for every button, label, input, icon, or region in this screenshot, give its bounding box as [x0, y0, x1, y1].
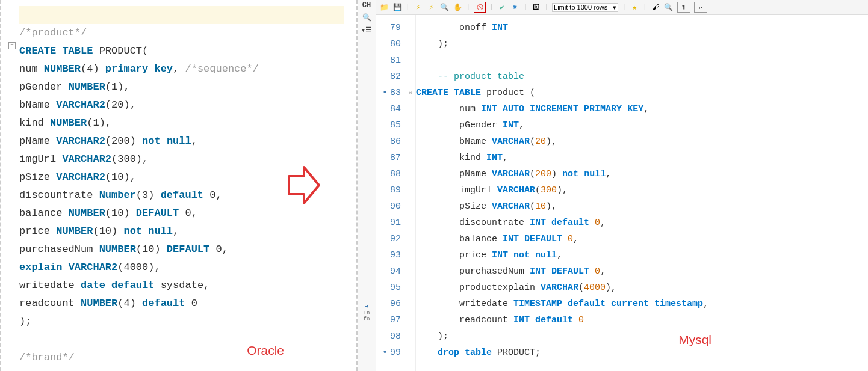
no-limit-icon[interactable]: 🚫	[474, 2, 486, 13]
code-line[interactable]	[416, 52, 868, 69]
code-line[interactable]: -- product table	[416, 69, 868, 85]
code-line[interactable]: CREATE TABLE PRODUCT(	[19, 42, 344, 60]
format-icon[interactable]: 🖌	[651, 2, 660, 12]
filter-icon[interactable]: ▾☰	[361, 26, 372, 35]
code-line[interactable]: num INT AUTO_INCREMENT PRIMARY KEY,	[416, 101, 868, 117]
beautify-icon[interactable]: ★	[630, 2, 639, 12]
code-line[interactable]: pName VARCHAR2(200) not null,	[19, 132, 344, 150]
line-number: 95	[376, 280, 401, 296]
fold-guide	[406, 36, 415, 52]
line-number: 88	[376, 166, 401, 182]
code-line[interactable]: CREATE TABLE product (	[416, 85, 868, 101]
code-line[interactable]: writedate date default sysdate,	[19, 277, 344, 295]
line-number: 99	[376, 345, 401, 361]
code-line[interactable]: pSize VARCHAR(10),	[416, 198, 868, 215]
code-line[interactable]: readcount INT default 0	[416, 312, 868, 328]
line-number: 81	[376, 52, 401, 69]
toggle2-icon[interactable]: ↵	[694, 2, 707, 13]
code-line[interactable]: balance INT DEFAULT 0,	[416, 231, 868, 247]
code-line[interactable]: productexplain VARCHAR(4000),	[416, 280, 868, 296]
fold-guide	[406, 133, 415, 150]
toggle1-icon[interactable]: ¶	[677, 2, 690, 13]
line-number: 91	[376, 215, 401, 231]
code-line[interactable]: bName VARCHAR(20),	[416, 133, 868, 150]
line-number: 89	[376, 182, 401, 198]
explain-icon[interactable]: 🔍	[440, 2, 450, 12]
line-number: 92	[376, 231, 401, 247]
fold-guide	[406, 101, 415, 117]
code-line[interactable]: /*product*/	[19, 24, 344, 42]
code-line[interactable]: );	[416, 328, 868, 345]
code-line[interactable]: drop table PRODUCT;	[416, 345, 868, 361]
fold-guide	[406, 150, 415, 166]
line-number: 87	[376, 150, 401, 166]
fold-guide	[406, 52, 415, 69]
line-number: 83	[376, 85, 401, 101]
fold-column[interactable]: ⊖	[406, 15, 416, 371]
fold-guide	[406, 215, 415, 231]
code-line[interactable]: pName VARCHAR(200) not null,	[416, 166, 868, 182]
line-number: 90	[376, 198, 401, 215]
autocommit-icon[interactable]: 🖼	[531, 2, 541, 12]
fold-guide	[406, 296, 415, 312]
code-line[interactable]: );	[416, 36, 868, 52]
code-line[interactable]: onoff INT	[416, 20, 868, 36]
open-icon[interactable]: 📁	[379, 2, 389, 12]
info-button[interactable]: ➜In fo	[364, 303, 370, 323]
code-line[interactable]: explain VARCHAR2(4000),	[19, 259, 344, 277]
code-line[interactable]: num NUMBER(4) primary key, /*sequence*/	[19, 60, 344, 78]
code-line[interactable]: purchasedNum INT DEFAULT 0,	[416, 263, 868, 280]
limit-rows-select[interactable]: Limit to 1000 rows ▾	[552, 3, 618, 12]
oracle-label: Oracle	[247, 343, 284, 358]
fold-guide	[406, 263, 415, 280]
code-line[interactable]: purchasedNum NUMBER(10) DEFAULT 0,	[19, 241, 344, 259]
find-icon[interactable]: 🔍	[664, 2, 674, 12]
fold-guide	[406, 182, 415, 198]
fold-guide	[406, 117, 415, 133]
code-line[interactable]: price INT not null,	[416, 247, 868, 263]
line-number: 80	[376, 36, 401, 52]
code-line[interactable]: kind INT,	[416, 150, 868, 166]
code-line[interactable]: writedate TIMESTAMP default current_time…	[416, 296, 868, 312]
execute-icon[interactable]: ⚡	[414, 2, 423, 12]
code-line[interactable]	[19, 331, 344, 349]
code-line[interactable]: /*brand*/	[19, 349, 344, 367]
stop-icon[interactable]: ✋	[453, 2, 463, 12]
code-line[interactable]: price NUMBER(10) not null,	[19, 222, 344, 241]
code-line[interactable]: bName VARCHAR2(20),	[19, 96, 344, 114]
fold-guide	[406, 69, 415, 85]
rollback-icon[interactable]: ✖	[510, 2, 520, 12]
line-number: 86	[376, 133, 401, 150]
code-line[interactable]: pGender INT,	[416, 117, 868, 133]
middle-panel: CH 🔍 ▾☰ ➜In fo	[358, 0, 376, 371]
line-number: 97	[376, 312, 401, 328]
fold-guide	[406, 328, 415, 345]
save-icon[interactable]: 💾	[392, 2, 402, 12]
mysql-code-area[interactable]: onoff INT ); -- product tableCREATE TABL…	[416, 15, 868, 371]
code-line[interactable]: pGender NUMBER(1),	[19, 78, 344, 96]
code-line[interactable]: discountrate INT default 0,	[416, 215, 868, 231]
mysql-editor[interactable]: 📁 💾 | ⚡ ⚡ 🔍 ✋ | 🚫 | ✔ ✖ | 🖼 | Limit to 1…	[376, 0, 868, 371]
line-number: 98	[376, 328, 401, 345]
code-line[interactable]: kind NUMBER(1),	[19, 114, 344, 132]
fold-guide	[406, 247, 415, 263]
search-icon[interactable]: 🔍	[362, 13, 371, 22]
line-number: 79	[376, 20, 401, 36]
code-line[interactable]: readcount NUMBER(4) default 0	[19, 295, 344, 313]
fold-guide	[406, 280, 415, 296]
anchor-icon: CH	[362, 1, 371, 10]
code-line[interactable]: );	[19, 313, 344, 331]
line-number-gutter: 7980818283848586878889909192939495969798…	[376, 15, 406, 371]
fold-minus-icon[interactable]: −	[8, 42, 16, 49]
code-line[interactable]: imgUrl VARCHAR(300),	[416, 182, 868, 198]
line-number: 96	[376, 296, 401, 312]
mysql-toolbar: 📁 💾 | ⚡ ⚡ 🔍 ✋ | 🚫 | ✔ ✖ | 🖼 | Limit to 1…	[376, 0, 868, 15]
mysql-editor-body[interactable]: 7980818283848586878889909192939495969798…	[376, 15, 868, 371]
fold-toggle-icon[interactable]: ⊖	[406, 85, 415, 101]
execute-step-icon[interactable]: ⚡	[427, 2, 436, 12]
line-number: 94	[376, 263, 401, 280]
commit-icon[interactable]: ✔	[497, 2, 507, 12]
line-number: 93	[376, 247, 401, 263]
code-line[interactable]	[19, 6, 344, 24]
line-number: 82	[376, 69, 401, 85]
